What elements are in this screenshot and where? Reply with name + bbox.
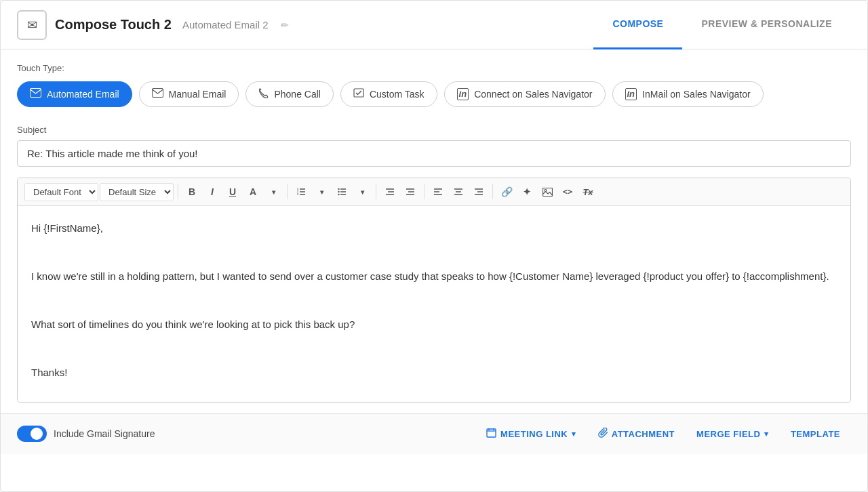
attachment-icon xyxy=(598,428,608,440)
clear-format-button[interactable]: Tx xyxy=(578,182,597,201)
email-type-subtitle: Automated Email 2 xyxy=(182,19,269,30)
edit-icon[interactable]: ✏ xyxy=(281,20,289,30)
svg-rect-0 xyxy=(31,89,41,98)
signature-toggle-section: Include Gmail Signature xyxy=(17,426,155,442)
compose-touch-modal: ✉ Compose Touch 2 Automated Email 2 ✏ CO… xyxy=(0,0,868,492)
toggle-slider xyxy=(17,426,47,442)
font-color-button[interactable]: A xyxy=(243,182,262,201)
ordered-list-button[interactable]: 123 xyxy=(292,182,311,201)
unordered-list-arrow[interactable]: ▾ xyxy=(353,182,372,201)
svg-text:3: 3 xyxy=(297,193,298,196)
footer-actions: MEETING LINK ▾ ATTACHMENT MERGE FIELD ▾ … xyxy=(475,422,851,446)
automated-email-label: Automated Email xyxy=(47,89,119,100)
toolbar-divider-3 xyxy=(376,184,376,199)
merge-field-button[interactable]: MERGE FIELD ▾ xyxy=(686,424,780,445)
template-button[interactable]: TEMPLATE xyxy=(780,424,851,445)
svg-point-10 xyxy=(338,191,339,192)
toolbar-divider-4 xyxy=(424,184,425,199)
merge-field-label: MERGE FIELD xyxy=(696,429,760,439)
email-line-7: Thanks! xyxy=(31,364,837,382)
email-line-6 xyxy=(31,340,837,358)
signature-toggle-switch[interactable] xyxy=(17,426,47,442)
automated-email-icon xyxy=(30,88,41,100)
align-left-button[interactable] xyxy=(429,182,448,201)
inmail-sales-nav-label: InMail on Sales Navigator xyxy=(642,89,751,100)
editor-footer: Include Gmail Signature MEETING LINK ▾ A… xyxy=(1,413,867,454)
editor-container: Default Font Default Size B I U A ▾ 123 … xyxy=(17,178,851,403)
template-label: TEMPLATE xyxy=(791,429,840,439)
toolbar-divider-5 xyxy=(492,184,493,199)
meeting-link-chevron: ▾ xyxy=(572,430,576,438)
font-color-arrow[interactable]: ▾ xyxy=(264,182,283,201)
manual-email-label: Manual Email xyxy=(169,89,226,100)
touch-btn-custom-task[interactable]: Custom Task xyxy=(340,81,437,107)
meeting-link-icon xyxy=(486,428,496,440)
svg-point-11 xyxy=(338,194,339,195)
attachment-button[interactable]: ATTACHMENT xyxy=(587,422,686,446)
header-nav: COMPOSE PREVIEW & PERSONALIZE xyxy=(593,1,851,49)
email-line-1: Hi {!FirstName}, xyxy=(31,220,837,237)
custom-task-icon xyxy=(353,87,364,101)
touch-btn-inmail-sales-nav[interactable]: in InMail on Sales Navigator xyxy=(612,81,764,107)
underline-button[interactable]: U xyxy=(223,182,242,201)
bold-button[interactable]: B xyxy=(182,182,201,201)
toolbar-divider-1 xyxy=(178,184,178,199)
header: ✉ Compose Touch 2 Automated Email 2 ✏ CO… xyxy=(1,1,867,49)
email-line-5: What sort of timelines do you think we'r… xyxy=(31,316,837,333)
email-line-4 xyxy=(31,292,837,310)
tab-preview-personalize[interactable]: PREVIEW & PERSONALIZE xyxy=(682,1,851,49)
special-char-button[interactable]: ✦ xyxy=(517,182,536,201)
merge-field-chevron: ▾ xyxy=(764,430,769,438)
font-size-select[interactable]: Default Size xyxy=(100,183,174,201)
custom-task-label: Custom Task xyxy=(370,89,425,100)
touch-type-buttons: Automated Email Manual Email Phone xyxy=(17,81,851,107)
link-button[interactable]: 🔗 xyxy=(497,182,516,201)
phone-call-label: Phone Call xyxy=(274,89,321,100)
indent-button[interactable] xyxy=(401,182,420,201)
email-line-3: I know we're still in a holding pattern,… xyxy=(31,268,837,285)
svg-rect-1 xyxy=(152,89,163,98)
editor-toolbar: Default Font Default Size B I U A ▾ 123 … xyxy=(18,178,850,206)
align-right-button[interactable] xyxy=(469,182,488,201)
manual-email-icon xyxy=(152,88,163,100)
svg-point-9 xyxy=(338,188,339,190)
compose-icon-box: ✉ xyxy=(17,10,47,40)
italic-button[interactable]: I xyxy=(203,182,222,201)
attachment-label: ATTACHMENT xyxy=(612,429,675,439)
svg-rect-30 xyxy=(542,188,552,196)
editor-section: Default Font Default Size B I U A ▾ 123 … xyxy=(1,167,867,413)
subject-input[interactable] xyxy=(17,140,851,167)
touch-btn-manual-email[interactable]: Manual Email xyxy=(139,81,239,107)
touch-type-section: Touch Type: Automated Email xyxy=(1,49,867,114)
meeting-link-label: MEETING LINK xyxy=(500,429,568,439)
unordered-list-button[interactable] xyxy=(332,182,351,201)
inmail-sales-nav-icon: in xyxy=(625,88,637,100)
touch-btn-connect-sales-nav[interactable]: in Connect on Sales Navigator xyxy=(444,81,606,107)
touch-btn-automated-email[interactable]: Automated Email xyxy=(17,81,132,107)
signature-label: Include Gmail Signature xyxy=(54,428,155,439)
align-center-button[interactable] xyxy=(449,182,468,201)
tab-compose[interactable]: COMPOSE xyxy=(593,1,682,49)
email-body[interactable]: Hi {!FirstName}, I know we're still in a… xyxy=(18,206,850,402)
outdent-button[interactable] xyxy=(380,182,399,201)
connect-sales-nav-icon: in xyxy=(457,88,469,100)
toolbar-divider-2 xyxy=(287,184,288,199)
subject-section: Subject xyxy=(1,114,867,167)
subject-label: Subject xyxy=(17,125,851,135)
svg-rect-32 xyxy=(487,429,496,437)
email-line-2 xyxy=(31,244,837,262)
image-button[interactable] xyxy=(538,182,557,201)
touch-type-label: Touch Type: xyxy=(17,63,851,73)
page-title: Compose Touch 2 xyxy=(55,17,172,33)
meeting-link-button[interactable]: MEETING LINK ▾ xyxy=(475,422,587,445)
phone-call-icon xyxy=(258,88,269,101)
connect-sales-nav-label: Connect on Sales Navigator xyxy=(474,89,592,100)
ordered-list-arrow[interactable]: ▾ xyxy=(312,182,331,201)
header-left: ✉ Compose Touch 2 Automated Email 2 ✏ xyxy=(17,10,289,40)
touch-btn-phone-call[interactable]: Phone Call xyxy=(245,81,334,107)
font-family-select[interactable]: Default Font xyxy=(24,183,98,201)
compose-icon: ✉ xyxy=(27,18,37,33)
source-code-button[interactable]: <> xyxy=(558,182,577,201)
